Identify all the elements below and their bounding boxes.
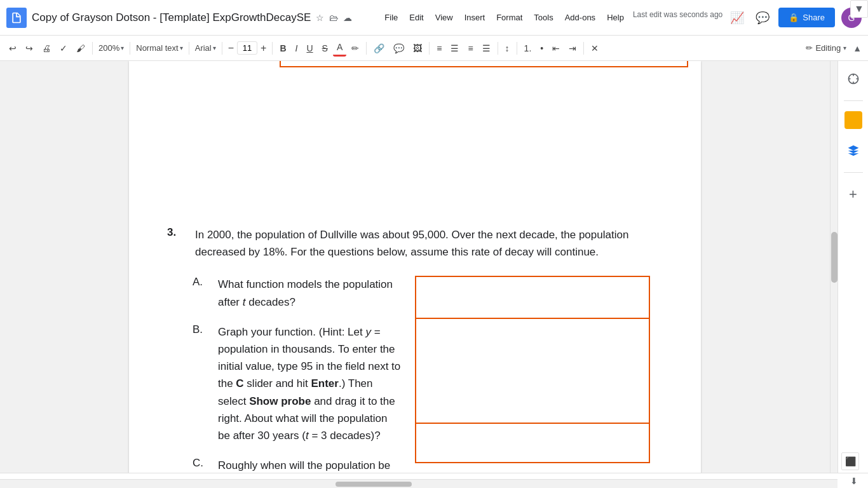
insert-image-button[interactable]: 🖼 bbox=[409, 41, 426, 56]
page-container: 3. In 2000, the population of Dullville … bbox=[0, 61, 830, 488]
menu-help[interactable]: Help bbox=[602, 10, 629, 25]
sidebar-explore-icon[interactable] bbox=[842, 67, 865, 90]
highlight-button[interactable]: ✏ bbox=[348, 41, 363, 56]
horizontal-scrollbar[interactable] bbox=[0, 479, 837, 488]
separator-6 bbox=[366, 42, 367, 55]
question-3-block: 3. In 2000, the population of Dullville … bbox=[167, 226, 650, 488]
font-size-area: − + bbox=[226, 41, 269, 55]
font-select[interactable]: Arial ▾ bbox=[193, 41, 219, 55]
align-right-button[interactable]: ≡ bbox=[464, 41, 477, 56]
answer-box-b[interactable] bbox=[415, 319, 650, 424]
font-size-increase[interactable]: + bbox=[258, 41, 269, 55]
font-chevron: ▾ bbox=[213, 44, 216, 51]
q3-number: 3. bbox=[167, 226, 185, 261]
answer-boxes bbox=[415, 276, 650, 488]
sidebar-divider-1 bbox=[844, 100, 863, 101]
document-page: 3. In 2000, the population of Dullville … bbox=[129, 61, 701, 488]
star-icon[interactable]: ☆ bbox=[316, 13, 324, 23]
sidebar-blue-icon[interactable] bbox=[842, 139, 865, 162]
horizontal-scroll-thumb[interactable] bbox=[336, 482, 412, 487]
toolbar-expand-button[interactable]: ▲ bbox=[851, 42, 863, 55]
share-button[interactable]: 🔒 Share bbox=[778, 8, 835, 27]
title-area: Copy of Grayson Dotson - [Template] ExpG… bbox=[32, 11, 372, 24]
qb-label: B. bbox=[193, 323, 208, 444]
separator-4 bbox=[222, 42, 222, 55]
underline-button[interactable]: U bbox=[302, 41, 316, 56]
indent-more-button[interactable]: ⇥ bbox=[565, 41, 580, 56]
right-sidebar: + bbox=[837, 61, 868, 488]
menu-insert[interactable]: Insert bbox=[459, 10, 491, 25]
unordered-list-button[interactable]: • bbox=[536, 41, 547, 56]
line-spacing-button[interactable]: ↕ bbox=[501, 41, 513, 56]
ordered-list-button[interactable]: 1. bbox=[520, 41, 536, 56]
bold-button[interactable]: B bbox=[276, 41, 290, 56]
italic-button[interactable]: I bbox=[292, 41, 302, 56]
right-controls: 📈 💬 🔒 Share G bbox=[728, 8, 862, 28]
separator-9 bbox=[517, 42, 517, 55]
style-select[interactable]: Normal text ▾ bbox=[133, 41, 185, 55]
editing-label: Editing bbox=[815, 43, 841, 53]
document-title[interactable]: Copy of Grayson Dotson - [Template] ExpG… bbox=[32, 11, 311, 24]
activity-icon[interactable]: 📈 bbox=[728, 8, 747, 27]
menu-view[interactable]: View bbox=[430, 10, 458, 25]
bottom-navigate-button[interactable]: ⬇ bbox=[846, 473, 862, 489]
undo-button[interactable]: ↩ bbox=[5, 41, 20, 56]
insert-comment-button[interactable]: 💬 bbox=[390, 41, 408, 56]
align-left-button[interactable]: ≡ bbox=[433, 41, 445, 56]
align-center-button[interactable]: ☰ bbox=[447, 41, 463, 56]
menu-format[interactable]: Format bbox=[491, 10, 527, 25]
toolbar: ↩ ↪ 🖨 ✓ 🖌 200% ▾ Normal text ▾ Arial ▾ −… bbox=[0, 36, 868, 61]
qa-item: A. What function models the population a… bbox=[193, 276, 402, 310]
menu-tools[interactable]: Tools bbox=[529, 10, 558, 25]
print-button[interactable]: 🖨 bbox=[38, 41, 55, 56]
qa-label: A. bbox=[193, 276, 208, 310]
edit-pencil-icon: ✏ bbox=[806, 43, 813, 53]
text-color-button[interactable]: A bbox=[333, 39, 346, 57]
share-lock-icon: 🔒 bbox=[789, 13, 799, 22]
separator-8 bbox=[498, 42, 498, 55]
strikethrough-button[interactable]: S bbox=[318, 41, 332, 56]
style-value: Normal text bbox=[136, 43, 178, 53]
bottom-expand-button[interactable]: ▼ bbox=[850, 0, 868, 18]
redo-button[interactable]: ↪ bbox=[22, 41, 37, 56]
clear-format-button[interactable]: ✕ bbox=[587, 41, 602, 56]
font-size-decrease[interactable]: − bbox=[226, 41, 236, 55]
menu-file[interactable]: File bbox=[379, 10, 403, 25]
separator-1 bbox=[92, 42, 93, 55]
zoom-value: 200% bbox=[98, 43, 119, 53]
answer-box-a[interactable] bbox=[415, 276, 650, 319]
qb-item: B. Graph your function. (Hint: Let y = p… bbox=[193, 323, 402, 444]
paint-format-button[interactable]: 🖌 bbox=[72, 41, 89, 56]
cloud-icon[interactable]: ☁ bbox=[343, 13, 352, 23]
scrollbar[interactable] bbox=[830, 61, 837, 488]
zoom-select[interactable]: 200% ▾ bbox=[96, 41, 126, 55]
font-value: Arial bbox=[195, 43, 212, 53]
sub-questions: A. What function models the population a… bbox=[167, 276, 402, 488]
share-label: Share bbox=[803, 13, 825, 22]
page-expand-button[interactable]: ⬛ bbox=[841, 452, 859, 470]
folder-icon[interactable]: 🗁 bbox=[329, 13, 338, 23]
editing-mode-button[interactable]: ✏ Editing ▾ bbox=[802, 42, 850, 54]
answer-box-c[interactable] bbox=[415, 424, 650, 463]
menu-edit[interactable]: Edit bbox=[404, 10, 428, 25]
spellcheck-button[interactable]: ✓ bbox=[56, 41, 71, 56]
separator-5 bbox=[272, 42, 273, 55]
justify-button[interactable]: ☰ bbox=[478, 41, 494, 56]
indent-less-button[interactable]: ⇤ bbox=[548, 41, 564, 56]
style-chevron: ▾ bbox=[180, 44, 183, 51]
menu-addons[interactable]: Add-ons bbox=[560, 10, 600, 25]
editing-chevron: ▾ bbox=[843, 44, 846, 51]
comments-icon[interactable]: 💬 bbox=[753, 8, 772, 27]
sidebar-plus-icon[interactable]: + bbox=[842, 183, 865, 206]
sidebar-yellow-icon[interactable] bbox=[844, 111, 862, 129]
qa-text: What function models the population afte… bbox=[218, 276, 402, 310]
insert-link-button[interactable]: 🔗 bbox=[370, 41, 388, 56]
scroll-thumb[interactable] bbox=[831, 232, 837, 283]
font-size-input[interactable] bbox=[237, 41, 257, 55]
separator-7 bbox=[429, 42, 430, 55]
separator-2 bbox=[130, 42, 130, 55]
last-edit-label: Last edit was seconds ago bbox=[633, 10, 722, 25]
q3-main: 3. In 2000, the population of Dullville … bbox=[167, 226, 650, 261]
top-bar: Copy of Grayson Dotson - [Template] ExpG… bbox=[0, 0, 868, 36]
doc-icon bbox=[6, 8, 27, 28]
